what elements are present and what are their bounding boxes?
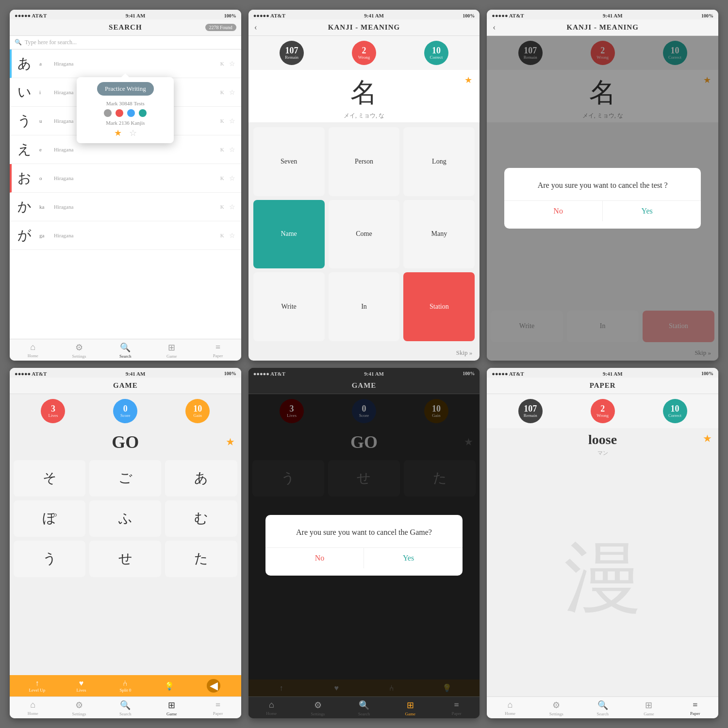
correct-num: 10 <box>432 46 441 55</box>
battery-3: 100% <box>701 13 713 18</box>
settings-icon-6: ⚙ <box>552 700 560 711</box>
status-right-2: 100% <box>463 13 475 18</box>
dot-teal[interactable] <box>139 109 147 117</box>
star-icon[interactable]: ☆ <box>229 146 235 154</box>
modal-question-5: Are you sure you want to cancel the Game… <box>275 527 452 538</box>
star-icon[interactable]: ☆ <box>229 174 235 182</box>
star-filled-icon[interactable]: ★ <box>114 128 122 138</box>
game-label-4: Game <box>166 711 177 716</box>
search-placeholder: Type here for search... <box>25 39 77 46</box>
lives-btn[interactable]: ♥ Lives <box>61 679 101 693</box>
dot-blue[interactable] <box>127 109 135 117</box>
answer-person[interactable]: Person <box>329 127 400 196</box>
paper-icon-5: ≡ <box>454 700 459 710</box>
status-bar-2: ●●●●● AT&T 9:41 AM 100% <box>248 10 480 19</box>
nav-search[interactable]: 🔍 Search <box>102 342 149 359</box>
level-up-btn[interactable]: ↑ Level Up <box>17 679 57 693</box>
modal-no-button-3[interactable]: No <box>514 201 603 221</box>
nav-settings[interactable]: ⚙ Settings <box>56 342 102 359</box>
hiragana-fu[interactable]: ふ <box>89 500 161 537</box>
wrong-num-6: 2 <box>600 404 605 413</box>
paper-label-6: Paper <box>690 711 700 716</box>
star-icon[interactable]: ☆ <box>229 88 235 97</box>
answer-many[interactable]: Many <box>403 200 475 269</box>
answers-grid-2: Seven Person Long Name Come Many Write I… <box>248 122 480 346</box>
back-button-2[interactable]: ‹ <box>254 22 257 33</box>
back-button-3[interactable]: ‹ <box>493 22 496 33</box>
settings-icon-4: ⚙ <box>75 700 83 711</box>
star-empty-icon[interactable]: ☆ <box>129 128 137 138</box>
carrier-3: ●●●●● AT&T <box>492 13 524 18</box>
nav-game[interactable]: ⊞ Game <box>149 342 195 359</box>
answer-write[interactable]: Write <box>253 272 325 341</box>
hiragana-ta[interactable]: た <box>165 541 237 577</box>
answer-come[interactable]: Come <box>329 200 400 269</box>
nav-paper-6[interactable]: ≡ Paper <box>672 700 718 716</box>
list-item[interactable]: が ga Hiragana K ☆ <box>10 221 241 250</box>
nav-home-5[interactable]: ⌂ Home <box>248 700 295 716</box>
game-fav-icon[interactable]: ★ <box>226 437 234 447</box>
split-btn[interactable]: ⑃ Split 0 <box>105 679 146 693</box>
bottom-nav-4: ⌂ Home ⚙ Settings 🔍 Search ⊞ Game ≡ Pape… <box>10 696 241 718</box>
nav-home[interactable]: ⌂ Home <box>10 342 56 359</box>
battery-5: 100% <box>463 371 475 376</box>
nav-settings-6[interactable]: ⚙ Settings <box>533 700 579 716</box>
nav-search-5[interactable]: 🔍 Search <box>341 700 387 716</box>
nav-game-4[interactable]: ⊞ Game <box>149 700 195 716</box>
nav-game-5[interactable]: ⊞ Game <box>387 700 433 716</box>
answer-seven[interactable]: Seven <box>253 127 325 196</box>
dot-gray[interactable] <box>104 109 112 117</box>
kana-char: お <box>17 169 34 187</box>
hiragana-se[interactable]: せ <box>89 541 161 577</box>
status-bar-6: ●●●●● AT&T 9:41 AM 100% <box>487 368 718 378</box>
answer-long[interactable]: Long <box>403 127 475 196</box>
nav-settings-5[interactable]: ⚙ Settings <box>295 700 341 716</box>
answer-in[interactable]: In <box>329 272 400 341</box>
answer-name[interactable]: Name <box>253 200 325 269</box>
game-label-6: Game <box>644 711 654 716</box>
nav-paper-4[interactable]: ≡ Paper <box>195 700 241 716</box>
star-icon[interactable]: ☆ <box>229 60 235 68</box>
favorite-icon-2[interactable]: ★ <box>464 75 472 85</box>
hiragana-so[interactable]: そ <box>14 460 85 496</box>
home-label-5: Home <box>266 711 277 716</box>
nav-paper-5[interactable]: ≡ Paper <box>433 700 480 716</box>
search-bar[interactable]: 🔍 Type here for search... <box>10 36 241 50</box>
hint-btn[interactable]: 💡 <box>149 681 190 691</box>
lives-num: 3 <box>51 404 55 413</box>
practice-writing-button[interactable]: Practice Writing <box>97 82 154 96</box>
modal-yes-button-3[interactable]: Yes <box>603 201 691 221</box>
search-nav-icon-6: 🔍 <box>597 700 608 711</box>
modal-yes-button-5[interactable]: Yes <box>364 548 452 568</box>
lives-score-row: 3 Lives 0 Score 10 Gain <box>10 394 241 428</box>
dot-red[interactable] <box>116 109 123 117</box>
star-icon[interactable]: ☆ <box>229 232 235 240</box>
nav-game-6[interactable]: ⊞ Game <box>626 700 672 716</box>
list-item[interactable]: お o Hiragana K ☆ <box>10 164 241 193</box>
hiragana-u[interactable]: う <box>14 541 85 577</box>
wrong-num: 2 <box>362 46 366 55</box>
hiragana-po[interactable]: ぽ <box>14 500 85 537</box>
star-icon[interactable]: ☆ <box>229 117 235 125</box>
skip-row-2[interactable]: Skip » <box>248 346 480 361</box>
hiragana-mu[interactable]: む <box>165 500 237 537</box>
nav-search-4[interactable]: 🔍 Search <box>102 700 149 716</box>
nav-settings-4[interactable]: ⚙ Settings <box>56 700 102 716</box>
list-item[interactable]: か ka Hiragana K ☆ <box>10 193 241 221</box>
status-bar-5: ●●●●● AT&T 9:41 AM 100% <box>248 368 480 378</box>
hiragana-a[interactable]: あ <box>165 460 237 496</box>
modal-no-button-5[interactable]: No <box>275 548 364 568</box>
nav-home-6[interactable]: ⌂ Home <box>487 700 533 716</box>
paper-fav-icon[interactable]: ★ <box>703 433 711 444</box>
nav-paper[interactable]: ≡ Paper <box>195 342 241 359</box>
hiragana-go[interactable]: ご <box>89 460 161 496</box>
star-icon[interactable]: ☆ <box>229 203 235 211</box>
status-bar-4: ●●●●● AT&T 9:41 AM 100% <box>10 368 241 378</box>
answer-station[interactable]: Station <box>403 272 475 341</box>
gain-label: Gain <box>193 413 202 418</box>
game-icon-6: ⊞ <box>645 700 652 711</box>
nav-home-4[interactable]: ⌂ Home <box>10 700 56 716</box>
nav-header-4: GAME <box>10 378 241 394</box>
back-game-btn[interactable]: ◀ <box>194 679 234 693</box>
nav-search-6[interactable]: 🔍 Search <box>579 700 626 716</box>
